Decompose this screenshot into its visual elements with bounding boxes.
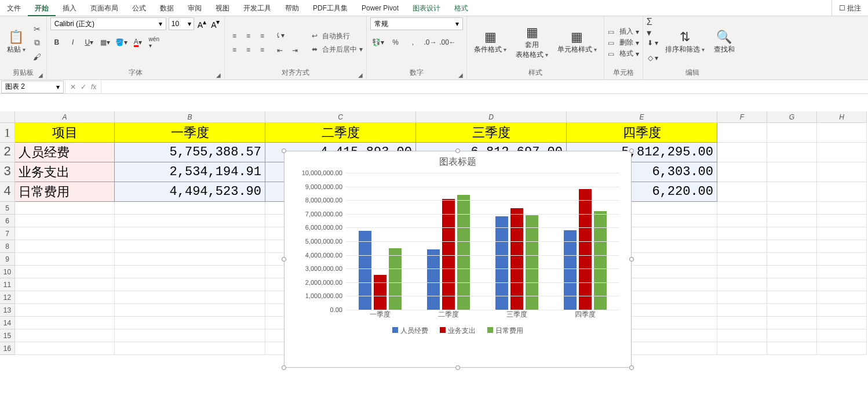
cell-a11[interactable] (15, 278, 115, 291)
cell-f1[interactable] (717, 123, 767, 143)
cell-g7[interactable] (767, 227, 817, 240)
comments-button[interactable]: 批注 (831, 0, 868, 16)
cell-h12[interactable] (817, 291, 867, 304)
cell-h8[interactable] (817, 240, 867, 253)
col-header-h[interactable]: H (817, 111, 867, 123)
accounting-format-button[interactable]: 💱▾ (370, 36, 385, 49)
cell-h4[interactable] (817, 182, 867, 202)
number-format-combo[interactable]: 常规▾ (370, 17, 463, 30)
resize-handle[interactable] (629, 148, 634, 153)
fx-button[interactable]: fx (91, 83, 96, 91)
cell-a2[interactable]: 人员经费 (15, 143, 115, 162)
row-header-9[interactable]: 9 (0, 253, 15, 266)
cancel-button[interactable]: ✕ (70, 83, 76, 91)
cell-b6[interactable] (115, 215, 265, 227)
decrease-font-button[interactable]: A▾ (210, 18, 221, 30)
cell-g12[interactable] (767, 291, 817, 304)
cell-g9[interactable] (767, 253, 817, 266)
cell-c1[interactable]: 二季度 (265, 123, 416, 143)
cell-b4[interactable]: 4,494,523.90 (115, 182, 265, 202)
row-header-4[interactable]: 4 (0, 182, 15, 202)
cell-e1[interactable]: 四季度 (567, 123, 717, 143)
cell-g2[interactable] (767, 143, 817, 162)
cell-h7[interactable] (817, 227, 867, 240)
find-select-button[interactable]: 🔍查找和 (710, 30, 738, 56)
chart-legend[interactable]: 人员经费 业务支出 日常费用 (285, 321, 631, 340)
fill-color-button[interactable]: 🪣▾ (115, 36, 128, 49)
cell-h14[interactable] (817, 317, 867, 329)
cell-g11[interactable] (767, 278, 817, 291)
tab-home[interactable]: 开始 (28, 0, 56, 16)
cell-g15[interactable] (767, 329, 817, 342)
chart-plot-area[interactable]: 0.001,000,000.002,000,000.003,000,000.00… (346, 173, 619, 321)
font-name-combo[interactable]: Calibri (正文)▾ (50, 17, 166, 30)
cell-b10[interactable] (115, 266, 265, 278)
cell-g13[interactable] (767, 304, 817, 317)
cell-f2[interactable] (717, 143, 767, 162)
cell-a4[interactable]: 日常费用 (15, 182, 115, 202)
name-box[interactable]: 图表 2▾ (1, 81, 64, 93)
insert-cells-button[interactable]: ▭插入 ▾ (608, 27, 639, 37)
increase-font-button[interactable]: A▴ (196, 18, 207, 30)
cell-b3[interactable]: 2,534,194.91 (115, 162, 265, 182)
cell-f5[interactable] (717, 202, 767, 215)
row-header-11[interactable]: 11 (0, 278, 15, 291)
decrease-indent-button[interactable]: ⇤ (273, 44, 286, 57)
row-header-7[interactable]: 7 (0, 227, 15, 240)
font-color-button[interactable]: A▾ (132, 36, 144, 49)
cell-b12[interactable] (115, 291, 265, 304)
cell-h10[interactable] (817, 266, 867, 278)
cell-b13[interactable] (115, 304, 265, 317)
formula-input[interactable] (101, 81, 868, 93)
delete-cells-button[interactable]: ▭删除 ▾ (608, 38, 639, 48)
tab-chart-design[interactable]: 图表设计 (406, 0, 447, 16)
tab-pdf[interactable]: PDF工具集 (306, 0, 355, 16)
format-cells-button[interactable]: ▭格式 ▾ (608, 49, 639, 59)
cell-a7[interactable] (15, 227, 115, 240)
number-launcher[interactable]: ◢ (458, 72, 463, 78)
row-header-14[interactable]: 14 (0, 317, 15, 329)
cell-a16[interactable] (15, 342, 115, 355)
tab-review[interactable]: 审阅 (181, 0, 209, 16)
underline-button[interactable]: U▾ (83, 36, 96, 49)
align-right-button[interactable]: ≡ (256, 44, 268, 56)
borders-button[interactable]: ▦▾ (99, 36, 112, 49)
cell-g3[interactable] (767, 162, 817, 182)
cell-f4[interactable] (717, 182, 767, 202)
cell-a5[interactable] (15, 202, 115, 215)
resize-handle[interactable] (282, 148, 286, 153)
cell-f15[interactable] (717, 329, 767, 342)
conditional-format-button[interactable]: ▦条件格式 (471, 30, 510, 56)
cell-f14[interactable] (717, 317, 767, 329)
sort-filter-button[interactable]: ⇅排序和筛选 (662, 30, 708, 56)
cell-h16[interactable] (817, 342, 867, 355)
cell-f13[interactable] (717, 304, 767, 317)
col-header-g[interactable]: G (767, 111, 817, 123)
copy-button[interactable]: ⧉ (31, 37, 43, 49)
increase-decimal-button[interactable]: .0→ (422, 36, 437, 49)
cell-a14[interactable] (15, 317, 115, 329)
align-top-button[interactable]: ≡ (228, 30, 240, 42)
cell-a15[interactable] (15, 329, 115, 342)
cell-g4[interactable] (767, 182, 817, 202)
cell-d1[interactable]: 三季度 (416, 123, 567, 143)
align-center-button[interactable]: ≡ (242, 44, 254, 56)
cell-b7[interactable] (115, 227, 265, 240)
col-header-c[interactable]: C (265, 111, 416, 123)
cell-f16[interactable] (717, 342, 767, 355)
paste-button[interactable]: 📋 粘贴 (3, 30, 29, 56)
cut-button[interactable]: ✂ (31, 23, 43, 35)
cell-b16[interactable] (115, 342, 265, 355)
font-size-combo[interactable]: 10▾ (169, 17, 194, 30)
row-header-16[interactable]: 16 (0, 342, 15, 355)
cell-h15[interactable] (817, 329, 867, 342)
clear-button[interactable]: ◇ ▾ (647, 52, 659, 64)
row-header-13[interactable]: 13 (0, 304, 15, 317)
cell-f10[interactable] (717, 266, 767, 278)
tab-view[interactable]: 视图 (209, 0, 236, 16)
cell-a10[interactable] (15, 266, 115, 278)
cell-f6[interactable] (717, 215, 767, 227)
cell-b9[interactable] (115, 253, 265, 266)
cell-styles-button[interactable]: ▦单元格样式 (554, 30, 600, 56)
cell-f3[interactable] (717, 162, 767, 182)
